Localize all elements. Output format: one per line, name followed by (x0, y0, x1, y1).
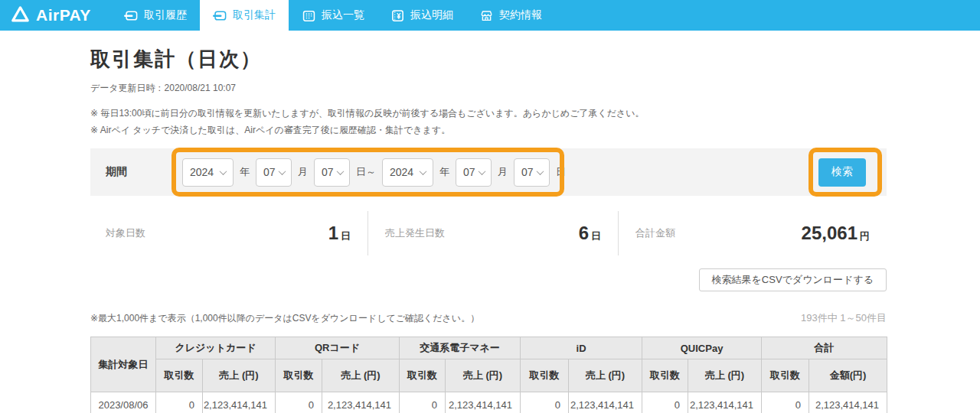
nav-tab-transaction-summary[interactable]: 取引集計 (200, 0, 289, 31)
csv-download-button[interactable]: 検索結果をCSVでダウンロードする (699, 268, 887, 291)
summary-value: 6 (579, 223, 589, 243)
calendar-icon (302, 8, 316, 23)
summary-target-days: 対象日数 1日 (90, 211, 368, 255)
summary-value: 1 (328, 223, 338, 243)
pagination-status: 193件中 1～50件目 (801, 311, 887, 325)
nav-tab-label: 振込一覧 (322, 8, 364, 22)
note-line: ※ Airペイ タッチで決済した取引は、Airペイの審査完了後に履歴確認・集計で… (90, 122, 887, 138)
card-reader-icon (213, 8, 227, 23)
sub-header-count: 取引数 (276, 359, 322, 392)
cell-value: 0 (521, 392, 569, 413)
summary-total-amount: 合計金額 25,061円 (618, 211, 887, 255)
to-day-select[interactable]: 07 (514, 158, 550, 187)
airpay-triangle-icon (11, 5, 30, 26)
daily-summary-table: 集計対象日 クレジットカード QRコード 交通系電子マネー iD QUICPay… (90, 337, 887, 413)
chevron-down-icon (220, 167, 227, 175)
date-range-controls: 2024 年 07 月 07 日～ 2024 年 (182, 158, 566, 187)
table-row: 2023/08/06 0 2,123,414,141 0 2,123,414,1… (91, 392, 887, 413)
from-year-select[interactable]: 2024 (182, 158, 234, 187)
nav-tab-label: 契約情報 (499, 8, 542, 22)
sub-header-count: 取引数 (156, 359, 203, 392)
chevron-down-icon (536, 167, 544, 175)
top-nav: AirPAY 取引履歴 取引集計 (0, 0, 980, 31)
cell-value: 0 (400, 392, 446, 413)
unit-month: 月 (498, 165, 508, 179)
from-year-value: 2024 (190, 166, 214, 178)
storefront-icon (479, 8, 494, 23)
unit-year: 年 (240, 165, 250, 179)
to-day-value: 07 (521, 166, 534, 178)
group-header-id: iD (521, 337, 642, 359)
unit-year: 年 (439, 165, 449, 179)
list-meta-row: ※最大1,000件まで表示（1,000件以降のデータはCSVをダウンロードしてご… (90, 311, 887, 325)
unit-day-tilde: 日～ (356, 165, 376, 179)
sub-header-sales: 売上 (円) (322, 359, 400, 392)
cell-value: 2,123,414,141 (688, 392, 762, 413)
nav-tab-transfer-list[interactable]: 振込一覧 (289, 0, 377, 31)
sub-header-count: 取引数 (762, 359, 809, 392)
brand-logo[interactable]: AirPAY (0, 0, 111, 31)
sub-header-count: 取引数 (400, 359, 446, 392)
summary-unit: 円 (860, 230, 870, 242)
summary-label: 売上発生日数 (385, 226, 445, 240)
app-window: AirPAY 取引履歴 取引集計 (0, 0, 980, 413)
cell-value: 0 (642, 392, 688, 413)
chevron-down-icon (420, 167, 427, 175)
cell-value: 0 (156, 392, 203, 413)
nav-tab-contract-info[interactable]: 契約情報 (466, 0, 555, 31)
yen-passbook-icon (390, 8, 405, 23)
unit-month: 月 (298, 165, 308, 179)
chevron-down-icon (278, 167, 286, 175)
summary-label: 対象日数 (106, 226, 145, 240)
col-header-date: 集計対象日 (91, 337, 156, 392)
period-filter-bar: 期間 2024 年 07 月 07 日～ 2024 (90, 148, 887, 196)
cell-value: 2,123,414,141 (569, 392, 642, 413)
page-notes: ※ 毎日13:00頃に前日分の取引情報を更新いたしますが、取引情報の反映が前後す… (90, 105, 887, 138)
period-label: 期間 (90, 165, 167, 179)
nav-tab-transfer-details[interactable]: 振込明細 (377, 0, 466, 31)
summary-unit: 日 (341, 230, 351, 242)
to-year-select[interactable]: 2024 (382, 158, 433, 187)
sub-header-count: 取引数 (521, 359, 569, 392)
summary-unit: 日 (591, 230, 601, 242)
sub-header-amount: 金額(円) (809, 359, 887, 392)
group-header-quicpay: QUICPay (642, 337, 762, 359)
main-content: 取引集計（日次） データ更新日時：2020/08/21 10:07 ※ 毎日13… (0, 45, 980, 413)
max-rows-note: ※最大1,000件まで表示（1,000件以降のデータはCSVをダウンロードしてご… (90, 312, 479, 325)
from-day-value: 07 (322, 166, 334, 178)
cell-value: 2,123,414,141 (446, 392, 521, 413)
summary-label: 合計金額 (635, 226, 675, 240)
from-day-select[interactable]: 07 (314, 158, 350, 187)
data-updated-timestamp: データ更新日時：2020/08/21 10:07 (90, 82, 887, 95)
summary-stats: 対象日数 1日 売上発生日数 6日 合計金額 25,061円 (90, 210, 887, 257)
cell-value: 0 (276, 392, 322, 413)
summary-sales-days: 売上発生日数 6日 (368, 211, 618, 255)
sub-header-sales: 売上 (円) (688, 359, 762, 392)
from-month-value: 07 (263, 166, 276, 178)
to-year-value: 2024 (390, 166, 413, 178)
sub-header-sales: 売上 (円) (203, 359, 276, 392)
cell-date: 2023/08/06 (91, 392, 156, 413)
nav-tab-transaction-history[interactable]: 取引履歴 (111, 0, 200, 31)
to-month-value: 07 (463, 166, 475, 178)
nav-tab-label: 振込明細 (410, 8, 453, 22)
from-month-select[interactable]: 07 (256, 158, 292, 187)
brand-name: AirPAY (36, 6, 91, 24)
cell-value: 2,123,414,141 (203, 392, 276, 413)
sub-header-count: 取引数 (642, 359, 688, 392)
group-header-qr-code: QRコード (276, 337, 400, 359)
group-header-total: 合計 (762, 337, 887, 359)
sub-header-sales: 売上 (円) (446, 359, 521, 392)
to-month-select[interactable]: 07 (456, 158, 492, 187)
csv-row: 検索結果をCSVでダウンロードする (90, 268, 887, 291)
nav-tab-label: 取引集計 (233, 8, 276, 22)
cell-value: 0 (762, 392, 809, 413)
search-button[interactable]: 検索 (818, 158, 866, 187)
summary-value: 25,061 (802, 223, 858, 243)
card-reader-icon (124, 8, 139, 23)
chevron-down-icon (336, 167, 344, 175)
page-title: 取引集計（日次） (90, 45, 887, 73)
note-line: ※ 毎日13:00頃に前日分の取引情報を更新いたしますが、取引情報の反映が前後す… (90, 105, 887, 122)
cell-value: 2,123,414,141 (809, 392, 887, 413)
group-header-credit-card: クレジットカード (156, 337, 276, 359)
